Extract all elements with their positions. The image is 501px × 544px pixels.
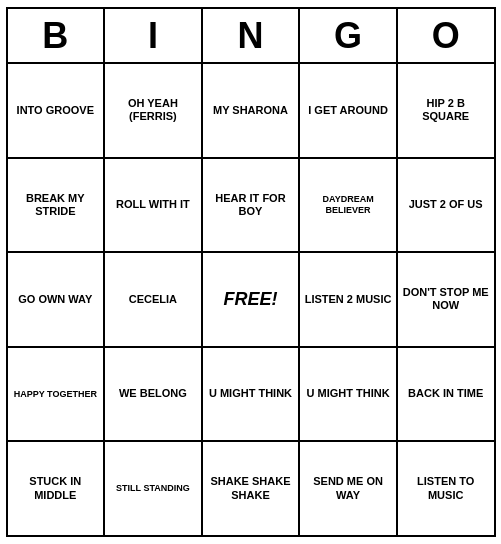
bingo-cell-2-4: DON'T STOP ME NOW: [398, 253, 494, 346]
bingo-cell-0-1: OH YEAH (FERRIS): [105, 64, 203, 157]
bingo-cell-4-0: STUCK IN MIDDLE: [8, 442, 106, 535]
bingo-cell-0-4: HIP 2 B SQUARE: [398, 64, 494, 157]
bingo-cell-3-1: WE BELONG: [105, 348, 203, 441]
bingo-cell-0-2: MY SHARONA: [203, 64, 301, 157]
bingo-cell-4-1: STILL STANDING: [105, 442, 203, 535]
bingo-cell-3-3: U MIGHT THINK: [300, 348, 398, 441]
bingo-cell-1-2: HEAR IT FOR BOY: [203, 159, 301, 252]
bingo-cell-2-3: LISTEN 2 MUSIC: [300, 253, 398, 346]
bingo-card: BINGO INTO GROOVEOH YEAH (FERRIS)MY SHAR…: [6, 7, 496, 537]
bingo-row-0: INTO GROOVEOH YEAH (FERRIS)MY SHARONAI G…: [8, 64, 494, 159]
bingo-cell-2-0: GO OWN WAY: [8, 253, 106, 346]
header-letter-g: G: [300, 9, 398, 62]
bingo-header: BINGO: [8, 9, 494, 64]
bingo-cell-1-4: JUST 2 OF US: [398, 159, 494, 252]
bingo-cell-0-3: I GET AROUND: [300, 64, 398, 157]
bingo-cell-3-2: U MIGHT THINK: [203, 348, 301, 441]
bingo-cell-0-0: INTO GROOVE: [8, 64, 106, 157]
bingo-row-2: GO OWN WAYCECELIAFree!LISTEN 2 MUSICDON'…: [8, 253, 494, 348]
bingo-cell-4-3: SEND ME ON WAY: [300, 442, 398, 535]
bingo-row-1: BREAK MY STRIDEROLL WITH ITHEAR IT FOR B…: [8, 159, 494, 254]
bingo-cell-2-2: Free!: [203, 253, 301, 346]
bingo-cell-1-1: ROLL WITH IT: [105, 159, 203, 252]
bingo-row-3: HAPPY TOGETHERWE BELONGU MIGHT THINKU MI…: [8, 348, 494, 443]
bingo-cell-4-4: LISTEN TO MUSIC: [398, 442, 494, 535]
header-letter-i: I: [105, 9, 203, 62]
bingo-cell-3-4: BACK IN TIME: [398, 348, 494, 441]
bingo-cell-3-0: HAPPY TOGETHER: [8, 348, 106, 441]
bingo-cell-2-1: CECELIA: [105, 253, 203, 346]
bingo-cell-1-3: DAYDREAM BELIEVER: [300, 159, 398, 252]
header-letter-n: N: [203, 9, 301, 62]
header-letter-b: B: [8, 9, 106, 62]
header-letter-o: O: [398, 9, 494, 62]
bingo-cell-1-0: BREAK MY STRIDE: [8, 159, 106, 252]
bingo-row-4: STUCK IN MIDDLESTILL STANDINGSHAKE SHAKE…: [8, 442, 494, 535]
bingo-grid: INTO GROOVEOH YEAH (FERRIS)MY SHARONAI G…: [8, 64, 494, 535]
bingo-cell-4-2: SHAKE SHAKE SHAKE: [203, 442, 301, 535]
